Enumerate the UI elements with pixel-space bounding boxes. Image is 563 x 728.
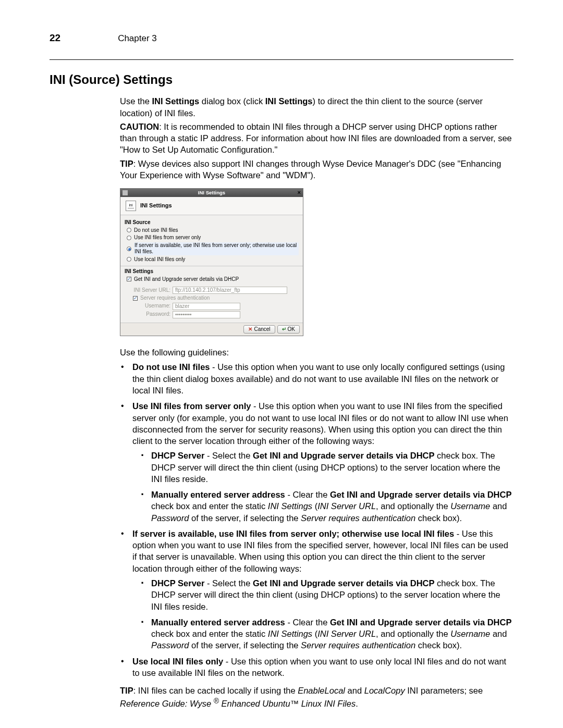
list-item: Do not use INI files - Use this option w… <box>132 361 513 396</box>
section-heading: INI (Source) Settings <box>50 71 513 88</box>
url-input[interactable]: ftp://10.140.2.107/blazer_ftp <box>173 287 287 294</box>
field-password: Password: ••••••••• <box>130 311 299 318</box>
password-label: Password: <box>130 311 170 318</box>
list-item: Manually entered server address - Clear … <box>151 616 513 651</box>
ini-file-icon: ini <box>126 201 136 211</box>
ini-source-title: INI Source <box>125 219 299 226</box>
checkbox-icon <box>127 277 131 281</box>
page-number: 22 <box>50 31 60 45</box>
intro-block: Use the INI Settings dialog box (click I… <box>120 95 513 678</box>
username-label: Username: <box>130 303 170 310</box>
guidelines-intro: Use the following guidelines: <box>120 347 513 358</box>
cancel-button[interactable]: ✕Cancel <box>243 325 275 334</box>
chapter-label: Chapter 3 <box>118 33 157 45</box>
ini-settings-dialog: INI Settings × ini INI Settings INI Sour… <box>120 188 303 336</box>
guidelines-list: Do not use INI files - Use this option w… <box>120 361 513 678</box>
radio-icon <box>127 246 131 251</box>
password-input[interactable]: ••••••••• <box>173 311 240 318</box>
window-icon <box>123 190 128 195</box>
url-label: INI Server URL: <box>130 287 170 294</box>
dialog-titlebar[interactable]: INI Settings × <box>120 189 303 197</box>
checkbox-icon <box>133 296 138 301</box>
radio-local-only[interactable]: Use local INI files only <box>127 256 299 263</box>
intro-paragraph: Use the INI Settings dialog box (click I… <box>120 95 513 119</box>
list-item: DHCP Server - Select the Get INI and Upg… <box>151 577 513 612</box>
tip-footer: TIP: INI files can be cached locally if … <box>120 685 513 709</box>
list-item: DHCP Server - Select the Get INI and Upg… <box>151 450 513 485</box>
dialog-title: INI Settings <box>120 190 303 196</box>
dialog-header-text: INI Settings <box>140 202 172 209</box>
sublist: DHCP Server - Select the Get INI and Upg… <box>132 450 513 524</box>
checkbox-dhcp[interactable]: Get INI and Upgrade server details via D… <box>127 276 299 283</box>
page-header: 22 Chapter 3 <box>50 31 513 60</box>
radio-icon <box>127 257 131 262</box>
dialog-body: INI Source Do not use INI files Use INI … <box>120 215 303 323</box>
checkbox-auth[interactable]: Server requires authentication <box>133 295 299 302</box>
cancel-icon: ✕ <box>248 326 252 333</box>
divider <box>120 266 303 266</box>
radio-server-only[interactable]: Use INI files from server only <box>127 235 299 241</box>
caution-paragraph: CAUTION: It is recommended to obtain INI… <box>120 121 513 156</box>
list-item: If server is available, use INI files fr… <box>132 528 513 651</box>
field-url: INI Server URL: ftp://10.140.2.107/blaze… <box>130 287 299 294</box>
radio-server-else-local[interactable]: If server is available, use INI files fr… <box>127 242 299 255</box>
username-input[interactable]: blazer <box>173 303 240 310</box>
radio-icon <box>127 236 131 240</box>
close-icon[interactable]: × <box>298 189 301 196</box>
sublist: DHCP Server - Select the Get INI and Upg… <box>132 577 513 651</box>
ok-button[interactable]: ↵OK <box>277 325 300 334</box>
dialog-button-bar: ✕Cancel ↵OK <box>120 323 303 336</box>
page: 22 Chapter 3 INI (Source) Settings Use t… <box>0 0 563 728</box>
dialog-header: ini INI Settings <box>120 197 303 215</box>
ini-settings-title: INI Settings <box>125 268 299 275</box>
radio-do-not-use[interactable]: Do not use INI files <box>127 227 299 234</box>
radio-icon <box>127 228 131 232</box>
ok-icon: ↵ <box>282 326 286 333</box>
field-username: Username: blazer <box>130 303 299 310</box>
tip-paragraph: TIP: Wyse devices also support INI chang… <box>120 158 513 181</box>
list-item: Use local INI files only - Use this opti… <box>132 656 513 679</box>
list-item: Manually entered server address - Clear … <box>151 489 513 524</box>
list-item: Use INI files from server only - Use thi… <box>132 400 513 524</box>
